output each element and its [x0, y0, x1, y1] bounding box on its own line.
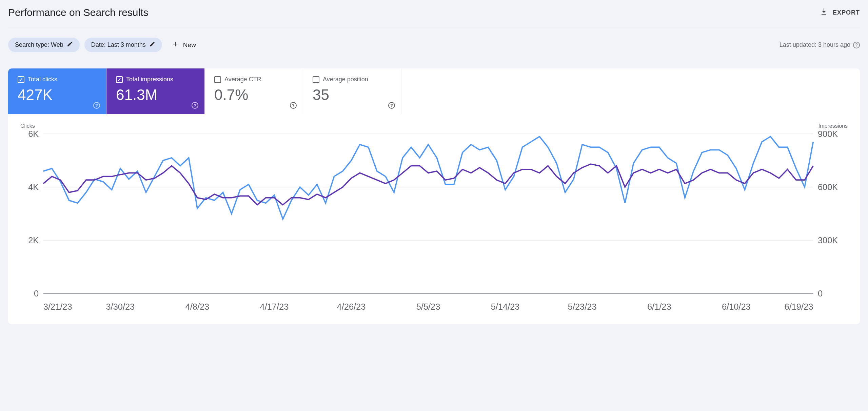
svg-text:300K: 300K — [818, 235, 838, 245]
last-updated-text: Last updated: 3 hours ago — [780, 41, 850, 48]
svg-text:600K: 600K — [818, 182, 838, 192]
metric-label: Average position — [323, 76, 368, 83]
svg-text:4/26/23: 4/26/23 — [337, 302, 366, 311]
svg-text:6/19/23: 6/19/23 — [785, 302, 813, 311]
svg-text:2K: 2K — [28, 235, 39, 245]
plus-icon — [172, 40, 179, 49]
left-axis-title: Clicks — [20, 123, 35, 129]
svg-text:6K: 6K — [28, 130, 39, 139]
svg-text:6/10/23: 6/10/23 — [722, 302, 751, 311]
export-label: EXPORT — [833, 9, 860, 16]
checkbox-icon — [313, 76, 319, 83]
svg-text:0: 0 — [818, 289, 823, 298]
date-range-chip[interactable]: Date: Last 3 months — [84, 38, 162, 52]
page-title: Performance on Search results — [8, 7, 149, 18]
checkbox-icon — [214, 76, 221, 83]
metric-value: 35 — [313, 86, 392, 103]
checkbox-checked-icon — [18, 76, 24, 83]
svg-text:5/14/23: 5/14/23 — [491, 302, 520, 311]
svg-rect-0 — [822, 14, 826, 15]
svg-text:0: 0 — [34, 289, 39, 298]
search-type-chip[interactable]: Search type: Web — [8, 38, 80, 52]
svg-text:3/30/23: 3/30/23 — [106, 302, 135, 311]
metric-label: Average CTR — [224, 76, 261, 83]
metric-card-clicks[interactable]: Total clicks 427K ? — [8, 68, 106, 114]
help-icon[interactable]: ? — [93, 102, 100, 109]
metric-card-position[interactable]: Average position 35 ? — [303, 68, 401, 114]
metric-label: Total clicks — [28, 76, 57, 83]
help-icon[interactable]: ? — [388, 102, 395, 109]
help-icon[interactable]: ? — [290, 102, 297, 109]
svg-text:900K: 900K — [818, 130, 838, 139]
svg-text:3/21/23: 3/21/23 — [43, 302, 72, 311]
edit-icon — [67, 41, 73, 49]
metric-label: Total impressions — [126, 76, 173, 83]
metric-value: 427K — [18, 86, 97, 103]
svg-text:5/23/23: 5/23/23 — [568, 302, 597, 311]
export-button[interactable]: EXPORT — [820, 8, 860, 18]
svg-text:6/1/23: 6/1/23 — [647, 302, 671, 311]
metric-value: 0.7% — [214, 86, 293, 103]
performance-panel: Total clicks 427K ? Total impressions 61… — [8, 68, 860, 324]
new-filter-button[interactable]: New — [167, 38, 201, 52]
metric-card-ctr[interactable]: Average CTR 0.7% ? — [205, 68, 303, 114]
checkbox-checked-icon — [116, 76, 123, 83]
date-range-chip-label: Date: Last 3 months — [91, 41, 146, 48]
download-icon — [820, 8, 828, 18]
right-axis-title: Impressions — [818, 123, 848, 129]
metric-value: 61.3M — [116, 86, 195, 103]
metric-card-impressions[interactable]: Total impressions 61.3M ? — [106, 68, 205, 114]
search-type-chip-label: Search type: Web — [15, 41, 63, 48]
last-updated: Last updated: 3 hours ago ? — [780, 41, 860, 48]
svg-text:4/17/23: 4/17/23 — [260, 302, 289, 311]
help-icon[interactable]: ? — [192, 102, 198, 109]
performance-chart: 6K900K4K600K2K300K003/21/233/30/234/8/23… — [20, 130, 848, 314]
help-icon[interactable]: ? — [853, 42, 860, 48]
svg-text:4/8/23: 4/8/23 — [185, 302, 210, 311]
svg-text:4K: 4K — [28, 182, 39, 192]
new-filter-label: New — [183, 41, 196, 49]
edit-icon — [149, 41, 155, 49]
svg-text:5/5/23: 5/5/23 — [416, 302, 440, 311]
